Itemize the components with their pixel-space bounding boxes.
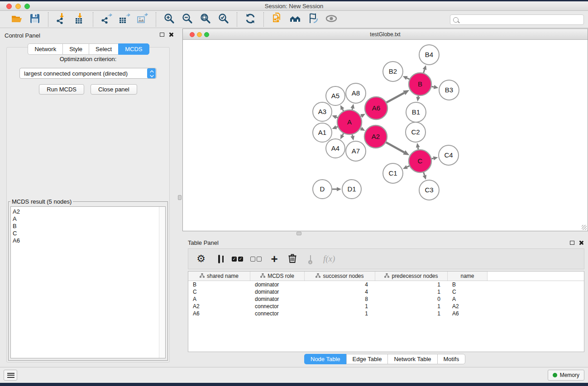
- search-input[interactable]: [461, 17, 581, 23]
- table-row[interactable]: A2connector11A2: [188, 303, 584, 310]
- network-minimize-button[interactable]: [197, 32, 202, 37]
- column-header[interactable]: shared name: [188, 272, 250, 281]
- close-window-button[interactable]: [6, 4, 12, 9]
- edge-A-A5[interactable]: [343, 109, 344, 111]
- export-table-button[interactable]: [118, 13, 131, 26]
- mcds-result-list[interactable]: A2ABCA6: [10, 206, 166, 358]
- minimize-window-button[interactable]: [15, 4, 21, 9]
- tab-motifs[interactable]: Motifs: [437, 354, 466, 364]
- run-mcds-button[interactable]: Run MCDS: [39, 84, 84, 95]
- desktop: Session: New Session Control Panel Netwo…: [0, 0, 588, 386]
- network-zoom-button[interactable]: [204, 32, 209, 37]
- show-columns-button[interactable]: [214, 252, 225, 266]
- add-column-button[interactable]: +: [269, 252, 280, 266]
- close-panel-icon[interactable]: [578, 240, 583, 245]
- column-header[interactable]: MCDS role: [250, 272, 305, 281]
- network-canvas[interactable]: B4B2BB3A5A8A6A3B1AA1C2A2A4A7CC4C1C3DD1: [183, 40, 588, 231]
- hide-selected-icon: [307, 13, 319, 26]
- zoom-fit-button[interactable]: [199, 13, 212, 26]
- zoom-window-button[interactable]: [24, 4, 30, 9]
- network-window-titlebar[interactable]: testGlobe.txt: [183, 29, 588, 40]
- new-network-from-selection-button[interactable]: [270, 13, 284, 26]
- edge-A2-C[interactable]: [386, 143, 404, 152]
- edge-B-B4[interactable]: [424, 69, 425, 73]
- float-panel-icon[interactable]: [160, 33, 164, 37]
- first-neighbors-button[interactable]: [288, 13, 302, 26]
- edge-A-A1[interactable]: [336, 127, 338, 127]
- export-image-icon: [137, 13, 148, 26]
- edge-A6-B[interactable]: [387, 93, 404, 102]
- result-item[interactable]: C: [13, 230, 159, 237]
- export-image-button[interactable]: [136, 13, 149, 26]
- result-item[interactable]: A6: [13, 237, 159, 244]
- splitter-grip[interactable]: [178, 195, 182, 200]
- table-row[interactable]: Adominator80A: [188, 295, 584, 303]
- resize-grip-icon[interactable]: [582, 225, 587, 230]
- result-item[interactable]: A: [13, 215, 159, 223]
- open-file-button[interactable]: [10, 13, 24, 26]
- horizontal-splitter[interactable]: [182, 231, 588, 236]
- edge-C-C4[interactable]: [431, 158, 433, 159]
- arrowhead-icon: [332, 115, 337, 119]
- criterion-select[interactable]: largest connected component (directed): [19, 68, 157, 79]
- control-panel-title: Control Panel: [0, 29, 177, 39]
- edge-B-B2[interactable]: [407, 78, 410, 79]
- edge-C-C2[interactable]: [418, 148, 418, 150]
- tab-node-table[interactable]: Node Table: [304, 354, 346, 364]
- close-panel-button[interactable]: Close panel: [91, 84, 137, 95]
- result-list-scrollbar[interactable]: [159, 207, 165, 358]
- close-panel-icon[interactable]: [168, 32, 173, 37]
- tab-style[interactable]: Style: [62, 43, 89, 55]
- column-header[interactable]: successor nodes: [305, 272, 375, 281]
- table-row[interactable]: Cdominator41C: [188, 288, 584, 295]
- edge-A-A4[interactable]: [343, 133, 344, 135]
- show-panels-button[interactable]: [4, 370, 17, 381]
- result-item[interactable]: A2: [13, 208, 159, 215]
- edge-C-C1[interactable]: [407, 166, 409, 167]
- tab-edge-table[interactable]: Edge Table: [346, 354, 388, 364]
- add-column-icon: +: [271, 254, 277, 264]
- edge-A-A8[interactable]: [352, 108, 353, 110]
- import-network-button[interactable]: [55, 13, 68, 26]
- hide-selected-button[interactable]: [306, 13, 320, 26]
- edge-A-A7[interactable]: [352, 134, 353, 136]
- criterion-value: largest connected component (directed): [20, 70, 147, 77]
- column-label: predecessor nodes: [392, 273, 438, 279]
- zoom-fit-icon: [200, 13, 211, 26]
- tab-network-table[interactable]: Network Table: [387, 354, 437, 364]
- column-header[interactable]: predecessor nodes: [375, 272, 448, 281]
- edge-C-C3[interactable]: [424, 172, 425, 176]
- import-table-button[interactable]: [73, 13, 86, 26]
- edge-B-B3[interactable]: [431, 86, 434, 87]
- zoom-selected-button[interactable]: [217, 13, 230, 26]
- network-close-button[interactable]: [190, 32, 195, 37]
- import-network-icon: [56, 13, 67, 26]
- zoom-in-button[interactable]: [163, 13, 176, 26]
- result-item[interactable]: B: [13, 223, 159, 230]
- select-all-button[interactable]: ✓✓: [232, 252, 243, 266]
- column-type-icon: [316, 273, 320, 279]
- search-field[interactable]: [450, 14, 584, 25]
- column-header[interactable]: name: [448, 272, 488, 281]
- node-label: A2: [372, 133, 380, 140]
- export-network-button[interactable]: [100, 13, 113, 26]
- refresh-view-button[interactable]: [244, 13, 257, 26]
- tab-network[interactable]: Network: [28, 43, 62, 55]
- tab-select[interactable]: Select: [89, 43, 118, 55]
- splitter-grip[interactable]: [296, 232, 301, 235]
- table-tabs: Node TableEdge TableNetwork TableMotifs: [304, 354, 465, 364]
- edge-A-A3[interactable]: [336, 117, 338, 118]
- memory-button[interactable]: Memory: [548, 370, 584, 381]
- table-row[interactable]: A6connector11A6: [188, 310, 584, 317]
- delete-column-button[interactable]: [287, 252, 298, 266]
- vertical-splitter[interactable]: [177, 29, 182, 367]
- float-panel-icon[interactable]: [570, 241, 574, 245]
- zoom-out-button[interactable]: [181, 13, 194, 26]
- deselect-all-button[interactable]: [250, 252, 262, 266]
- show-all-button[interactable]: [325, 13, 338, 26]
- save-session-button[interactable]: [28, 13, 42, 26]
- table-row[interactable]: Bdominator41B: [188, 281, 584, 288]
- table-settings-button[interactable]: ⚙: [196, 252, 206, 266]
- node-label: C3: [425, 186, 433, 194]
- tab-mcds[interactable]: MCDS: [118, 43, 149, 55]
